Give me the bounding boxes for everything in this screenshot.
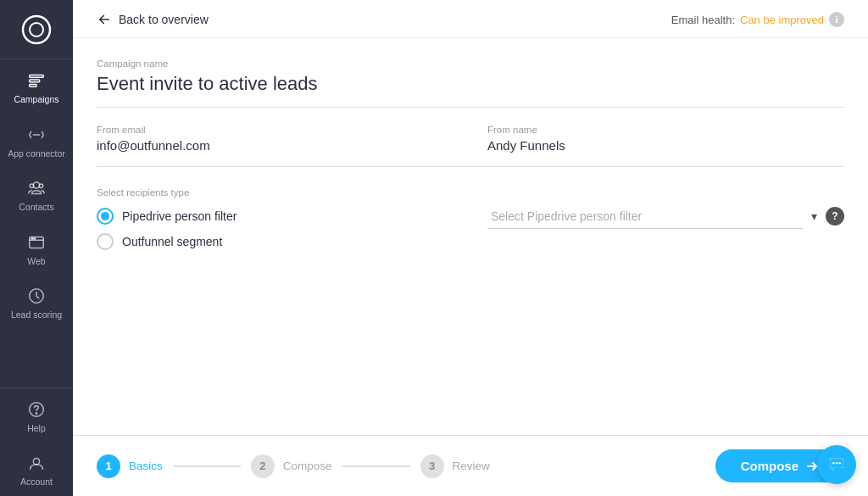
sidebar-logo [0,0,73,59]
recipients-type-col: Select recipients type Pipedrive person … [97,187,453,250]
app-connector-icon [27,125,46,144]
campaigns-icon [27,71,46,90]
sidebar-item-app-connector[interactable]: App connector [0,114,73,168]
account-label: Account [20,476,53,488]
step-1: 1 Basics [97,454,163,478]
recipients-type-label: Select recipients type [97,187,453,198]
step-3-label: Review [453,460,490,472]
web-icon [27,233,46,252]
back-arrow-icon [97,12,112,27]
radio-outfunnel[interactable]: Outfunnel segment [97,233,453,250]
back-label: Back to overview [119,13,209,26]
radio-pipedrive-circle[interactable] [97,208,114,225]
svg-rect-4 [30,85,36,87]
radio-pipedrive[interactable]: Pipedrive person filter [97,208,453,225]
lead-scoring-icon [27,287,46,305]
app-connector-label: App connector [8,148,65,159]
compose-btn-label: Compose [741,459,798,473]
info-label: i [835,14,837,25]
email-health-status: Can be improved [740,14,824,26]
sidebar: Campaigns App connector Contacts [0,0,73,496]
wizard-steps: 1 Basics 2 Compose 3 Review [97,454,715,478]
step-line-1 [173,465,241,467]
contacts-icon [27,179,46,198]
from-email-value[interactable]: info@outfunnel.com [97,138,453,153]
from-name-label: From name [487,125,844,135]
help-icon [27,400,46,419]
dropdown-arrow-icon: ▾ [811,209,817,223]
from-name-field: From name Andy Funnels [487,125,844,153]
radio-group: Pipedrive person filter Outfunnel segmen… [97,208,453,250]
svg-point-0 [23,16,50,43]
svg-rect-2 [30,75,44,78]
from-name-value[interactable]: Andy Funnels [487,138,844,153]
step-1-circle: 1 [97,454,120,478]
filter-help-label: ? [832,210,837,222]
step-1-label: Basics [129,460,163,472]
sidebar-navigation: Campaigns App connector Contacts [0,59,73,387]
select-filter: Select Pipedrive person filter ▾ ? [487,204,844,229]
svg-point-1 [30,23,43,36]
main-content: Back to overview Email health: Can be im… [73,0,868,496]
sidebar-item-campaigns[interactable]: Campaigns [0,59,73,114]
svg-point-17 [836,462,837,464]
sidebar-item-account[interactable]: Account [0,442,73,496]
radio-pipedrive-label: Pipedrive person filter [122,209,236,223]
svg-rect-3 [30,80,40,82]
account-icon [27,454,46,472]
campaign-name-label: Campaign name [97,59,844,69]
help-label: Help [27,423,46,434]
sidebar-bottom: Help Account [0,387,73,496]
from-fields: From email info@outfunnel.com From name … [97,125,844,167]
web-label: Web [27,256,45,267]
form-area: Campaign name Event invite to active lea… [73,38,868,435]
sidebar-item-contacts[interactable]: Contacts [0,167,73,221]
sidebar-item-help[interactable]: Help [0,388,73,443]
step-2-circle: 2 [251,454,275,478]
svg-point-16 [832,462,834,464]
svg-point-6 [30,184,34,188]
chat-icon [827,455,846,474]
contacts-label: Contacts [19,202,53,213]
chat-bubble[interactable] [817,445,856,484]
campaigns-label: Campaigns [14,94,58,105]
sidebar-item-lead-scoring[interactable]: Lead scoring [0,275,73,329]
campaign-name-value[interactable]: Event invite to active leads [97,72,844,97]
svg-point-5 [33,182,39,188]
step-2: 2 Compose [251,454,332,478]
from-email-field: From email info@outfunnel.com [97,125,453,153]
filter-help-icon[interactable]: ? [826,207,844,226]
email-health-label: Email health: [671,14,735,26]
topbar: Back to overview Email health: Can be im… [73,0,868,38]
filter-col: Select Pipedrive person filter ▾ ? [487,187,844,250]
svg-point-9 [31,237,33,239]
info-icon[interactable]: i [829,12,844,27]
sidebar-item-web[interactable]: Web [0,221,73,276]
svg-point-10 [34,237,36,239]
logo-icon [21,14,52,45]
from-email-label: From email [97,125,453,135]
svg-point-14 [33,459,39,465]
recipients-section: Select recipients type Pipedrive person … [97,187,844,250]
radio-outfunnel-circle[interactable] [97,233,114,250]
lead-scoring-label: Lead scoring [11,309,62,320]
step-2-label: Compose [283,460,332,472]
step-3-circle: 3 [420,454,444,478]
pipedrive-filter-select[interactable]: Select Pipedrive person filter [487,204,803,229]
svg-point-13 [36,413,36,414]
svg-point-7 [39,184,43,188]
step-1-number: 1 [105,460,111,472]
step-2-number: 2 [259,460,265,472]
step-3-number: 3 [429,460,435,472]
footer: 1 Basics 2 Compose 3 Review [73,435,868,496]
campaign-name-field: Campaign name Event invite to active lea… [97,59,844,108]
step-line-2 [342,465,410,467]
email-health: Email health: Can be improved i [671,12,844,27]
radio-outfunnel-label: Outfunnel segment [122,235,222,248]
svg-point-18 [838,462,840,464]
step-3: 3 Review [420,454,490,478]
back-button[interactable]: Back to overview [97,12,209,27]
